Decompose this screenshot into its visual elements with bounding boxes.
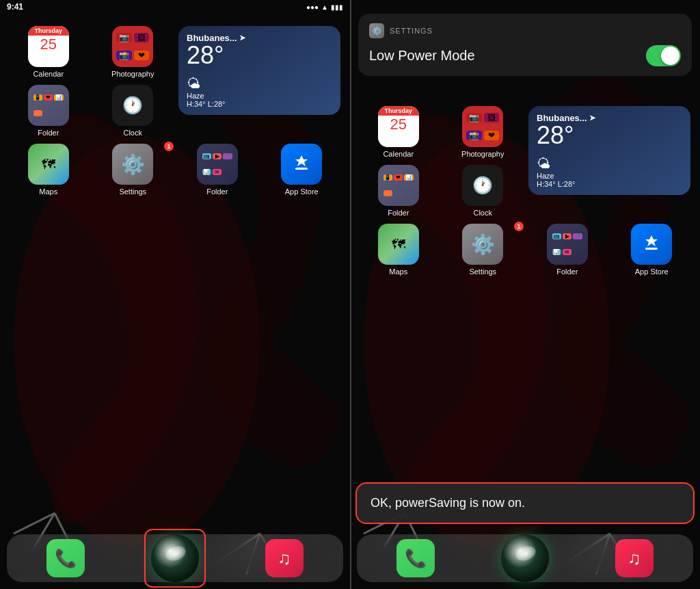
music-dock-icon[interactable]: ♫ — [265, 539, 304, 577]
right-weather-condition: Haze — [537, 172, 682, 180]
screen-divider — [350, 0, 351, 589]
right-photo-sub-3: 📸 — [466, 131, 482, 140]
right-status-bar — [350, 82, 700, 96]
folder2-sub2: ▶ — [213, 153, 221, 159]
right-maps-app[interactable]: 🗺 Maps — [360, 224, 438, 276]
right-music-dock-icon[interactable]: ♫ — [615, 539, 654, 577]
right-appstore-icon — [640, 233, 663, 256]
music-note-icon: ♫ — [278, 548, 291, 569]
appstore-app[interactable]: App Store — [263, 144, 341, 196]
right-folder-bottom-app[interactable]: 📺 ▶ 🎵 📊 ✉ Folder — [528, 224, 606, 276]
right-calendar-label: Calendar — [383, 150, 414, 158]
right-folder-sub-3: 📊 — [404, 174, 413, 181]
music-icon-img[interactable]: ♫ — [265, 539, 304, 577]
siri-response-bubble: OK, powerSaving is now on. — [355, 482, 695, 524]
popup-content-row: Low Power Mode — [369, 45, 681, 66]
left-home-grid: Thursday 25 Calendar 📷 🖼 📸 ❤ Photography… — [0, 19, 350, 534]
folder2-sub4: 📊 — [202, 169, 211, 175]
right-settings-app[interactable]: ⚙️ 1 Settings — [444, 224, 522, 276]
right-phone-handset-icon: 📞 — [405, 548, 427, 569]
right-folder-sub-1: 📱 — [383, 174, 392, 181]
photography-app[interactable]: 📷 🖼 📸 ❤ Photography — [94, 26, 172, 78]
right-dock: 📞 ♫ — [357, 534, 693, 582]
right-folder2-label: Folder — [556, 267, 578, 276]
right-weather-widget[interactable]: Bhubanes... ➤ 28° 🌤 Haze H:34° L:28° — [528, 106, 690, 195]
weather-widget-large[interactable]: Bhubanes... ➤ 28° 🌤 Haze H:34° L:28° — [178, 26, 340, 115]
siri-response-text: OK, powerSaving is now on. — [371, 496, 525, 510]
right-folder-sub-2: ❤ — [394, 174, 403, 181]
weather-hilo: H:34° L:28° — [187, 100, 332, 108]
folder-sub-1: 📱 — [33, 94, 42, 101]
left-dock: 📞 ♫ — [7, 534, 343, 582]
popup-gear-icon: ⚙️ — [372, 26, 382, 36]
settings-popup: ⚙️ SETTINGS Low Power Mode — [358, 14, 692, 76]
calendar-app[interactable]: Thursday 25 Calendar — [10, 26, 88, 78]
right-weather-hilo: H:34° L:28° — [537, 180, 682, 188]
clock-label: Clock — [123, 129, 142, 137]
right-photo-sub-2: 🖼 — [484, 113, 500, 122]
folder-bottom-label: Folder — [206, 187, 228, 196]
right-appstore-label: App Store — [635, 267, 669, 276]
phone-icon-img[interactable]: 📞 — [46, 539, 85, 577]
right-phone-icon-img[interactable]: 📞 — [396, 539, 435, 577]
popup-settings-icon: ⚙️ — [369, 23, 384, 38]
right-folder2-sub4: 📊 — [552, 249, 561, 255]
settings-gear-icon: ⚙️ — [121, 153, 145, 176]
right-weather-temp: 28° — [537, 123, 682, 148]
left-status-time: 9:41 — [7, 2, 23, 12]
right-calendar-app[interactable]: Thursday 25 Calendar — [360, 106, 438, 158]
appstore-label: App Store — [285, 187, 319, 196]
right-photography-app[interactable]: 📷 🖼 📸 ❤ Photography — [444, 106, 522, 158]
right-haze-icon: 🌤 — [537, 156, 682, 172]
right-siri-dock-icon[interactable] — [501, 534, 549, 582]
right-folder-top-app[interactable]: 📱 ❤ 📊 🔸 Folder — [360, 165, 438, 217]
popup-header: ⚙️ SETTINGS — [369, 23, 681, 38]
photo-sub-3: 📸 — [116, 51, 132, 60]
svg-rect-2 — [295, 168, 308, 170]
right-phone-dock-icon[interactable]: 📞 — [396, 539, 435, 577]
folder-sub-4: 🔸 — [33, 110, 42, 116]
appstore-icon — [290, 153, 313, 176]
left-status-bar: 9:41 ●●● ▲ ▮▮▮ — [0, 0, 350, 14]
right-maps-icon: 🗺 — [392, 237, 405, 252]
right-siri-orb[interactable] — [501, 534, 549, 582]
right-clock-app[interactable]: 🕐 Clock — [444, 165, 522, 217]
right-appstore-app[interactable]: App Store — [613, 224, 691, 276]
right-calendar-date: 25 — [390, 116, 407, 132]
left-screen: 9:41 ●●● ▲ ▮▮▮ Thursday 25 Calendar 📷 🖼 … — [0, 0, 350, 589]
folder-bottom-app[interactable]: 📺 ▶ 🎵 📊 ✉ Folder — [178, 144, 256, 196]
photo-sub-1: 📷 — [116, 33, 132, 42]
clock-app[interactable]: 🕐 Clock — [94, 85, 172, 137]
toggle-thumb — [661, 47, 679, 65]
phone-dock-icon[interactable]: 📞 — [46, 539, 85, 577]
maps-app[interactable]: 🗺 Maps — [10, 144, 88, 196]
right-maps-label: Maps — [389, 267, 407, 276]
settings-app[interactable]: ⚙️ 1 Settings — [94, 144, 172, 196]
maps-label: Maps — [39, 187, 57, 196]
calendar-label: Calendar — [33, 70, 64, 78]
left-status-icons: ●●● ▲ ▮▮▮ — [306, 3, 343, 11]
right-location-icon: ➤ — [589, 114, 595, 122]
folder-top-app[interactable]: 📱 ❤ 📊 🔸 Folder — [10, 85, 88, 137]
siri-glow — [163, 543, 187, 563]
photo-sub-2: 🖼 — [134, 33, 150, 42]
right-calendar-day: Thursday — [378, 106, 419, 116]
svg-rect-5 — [645, 248, 658, 250]
right-music-icon-img[interactable]: ♫ — [615, 539, 654, 577]
weather-haze-icon: 🌤 — [187, 76, 332, 92]
wifi-icon: ▲ — [321, 3, 328, 11]
right-photo-sub-1: 📷 — [466, 113, 482, 122]
clock-icon: 🕐 — [122, 96, 143, 115]
signal-icon: ●●● — [306, 3, 319, 11]
right-settings-label: Settings — [469, 267, 496, 276]
right-clock-icon: 🕐 — [472, 176, 493, 195]
right-folder2-sub5: ✉ — [563, 249, 571, 255]
location-icon: ➤ — [239, 34, 245, 42]
low-power-mode-label: Low Power Mode — [369, 48, 475, 64]
right-photo-sub-4: ❤ — [484, 131, 500, 140]
siri-dock-icon[interactable] — [151, 534, 199, 582]
siri-orb[interactable] — [151, 534, 199, 582]
weather-temp: 28° — [187, 43, 332, 68]
photo-sub-4: ❤ — [134, 51, 150, 60]
low-power-toggle[interactable] — [646, 45, 681, 66]
